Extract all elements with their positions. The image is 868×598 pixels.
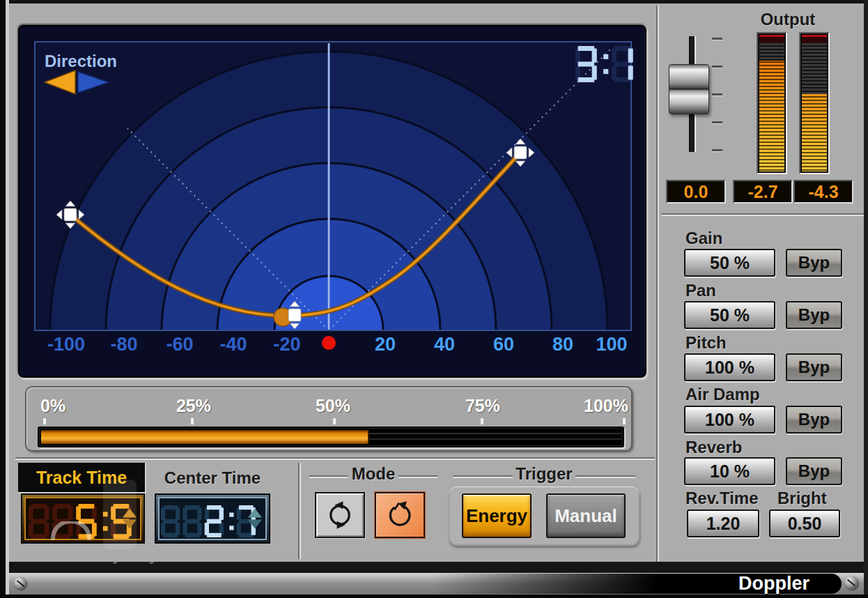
gain-value-button[interactable]: 50 %: [684, 249, 775, 277]
pan-value-button[interactable]: 50 %: [684, 301, 775, 329]
bright-value-button[interactable]: 0.50: [769, 509, 840, 537]
fader-value-readout[interactable]: 0.0: [666, 180, 726, 204]
center-time-display[interactable]: [155, 493, 270, 544]
param-label-pan: Pan: [685, 281, 716, 300]
watermark-arc: [49, 521, 93, 544]
window-edge: [0, 0, 868, 3]
decorative-line: [453, 475, 513, 478]
pan-value: 50 %: [710, 305, 750, 325]
divider: [298, 463, 301, 559]
listener-marker-dot: [322, 336, 336, 350]
output-meter-right: [799, 32, 830, 174]
airdamp-bypass-button[interactable]: Byp: [786, 406, 842, 434]
fader-tick: [712, 121, 722, 124]
decorative-line: [309, 475, 348, 478]
param-label-reverb: Reverb: [685, 438, 742, 457]
output-meter-left: [757, 32, 787, 174]
axis-tick-label: 80: [552, 334, 573, 355]
axis-tick-label: -20: [273, 334, 300, 355]
cycle-ratio-display[interactable]: [575, 46, 633, 82]
divider: [662, 213, 864, 216]
plugin-title: Doppler: [738, 573, 809, 595]
trigger-manual-button[interactable]: Manual: [546, 493, 626, 538]
meter-right-readout[interactable]: -4.3: [793, 180, 853, 204]
progress-fill: [41, 430, 369, 444]
decorative-line: [575, 475, 635, 478]
axis-tick-label: 40: [434, 334, 455, 355]
axis-tick-label: -100: [47, 334, 85, 355]
trigger-energy-label: Energy: [466, 505, 527, 527]
pan-bypass-button[interactable]: Byp: [786, 301, 842, 329]
param-label-bright: Bright: [777, 489, 827, 508]
param-label-gain: Gain: [685, 229, 722, 248]
fader-tick: [712, 93, 722, 96]
gain-value: 50 %: [710, 253, 750, 273]
axis-tick-label: -60: [166, 334, 193, 355]
plugin-title-capsule: Doppler: [432, 574, 842, 594]
progress-tick: [333, 418, 336, 424]
axis-tick-label: -80: [110, 334, 137, 355]
axis-tick-label: -40: [219, 334, 247, 355]
param-label-pitch: Pitch: [685, 333, 727, 353]
airdamp-value-button[interactable]: 100 %: [684, 406, 775, 434]
meter-left-readout[interactable]: -2.7: [733, 180, 793, 204]
progress-label: 100%: [577, 396, 635, 416]
gain-bypass-button[interactable]: Byp: [786, 249, 842, 277]
window-edge: [0, 0, 6, 598]
loop-arrows-icon: [325, 500, 355, 530]
spinner-up-icon[interactable]: [248, 509, 262, 518]
bypass-label: Byp: [798, 461, 830, 481]
trigger-energy-button[interactable]: Energy: [462, 493, 532, 538]
direction-right-arrow-icon[interactable]: [78, 72, 109, 93]
bright-value: 0.50: [788, 514, 822, 534]
clip-indicator: [802, 35, 827, 43]
pitch-value: 100 %: [705, 358, 754, 378]
trigger-manual-label: Manual: [555, 505, 617, 527]
progress-label: 25%: [169, 396, 218, 416]
axis-tick-label: 20: [375, 334, 396, 355]
window-edge: [0, 595, 868, 598]
direction-arrows[interactable]: [43, 68, 110, 96]
center-time-label: Center Time: [153, 468, 272, 488]
window-edge: [6, 0, 9, 598]
bypass-label: Byp: [798, 410, 830, 429]
axis-tick-label: 60: [493, 334, 514, 355]
reverb-value-button[interactable]: 10 %: [684, 457, 775, 485]
reverb-bypass-button[interactable]: Byp: [786, 457, 842, 485]
direction-left-arrow-icon[interactable]: [45, 70, 75, 94]
param-label-airdamp: Air Damp: [685, 385, 760, 404]
bypass-label: Byp: [798, 305, 830, 325]
doppler-path-graph[interactable]: -100 -80 -60 -40 -20 20 40 60 80 100: [18, 25, 646, 378]
axis-tick-label: 100: [596, 334, 627, 355]
bypass-label: Byp: [798, 253, 830, 273]
trigger-label: Trigger: [514, 464, 574, 484]
center-time-spinner[interactable]: [248, 507, 262, 531]
output-label: Output: [758, 10, 818, 29]
mode-oneshot-button[interactable]: [375, 492, 425, 538]
pitch-value-button[interactable]: 100 %: [684, 353, 775, 381]
mode-loop-button[interactable]: [315, 492, 365, 538]
progress-tick: [481, 418, 483, 424]
fader-db-value: 0.0: [684, 182, 708, 202]
mode-label: Mode: [348, 464, 398, 484]
spinner-down-icon[interactable]: [248, 520, 262, 529]
meter-left-db-value: -2.7: [747, 182, 777, 202]
divider: [656, 6, 659, 562]
center-time-value[interactable]: [161, 505, 249, 537]
output-fader-thumb[interactable]: [669, 64, 709, 114]
doppler-plugin-window: -100 -80 -60 -40 -20 20 40 60 80 100 Dir…: [0, 0, 868, 598]
progress-label: 50%: [309, 396, 357, 416]
progress-tick: [623, 418, 626, 424]
progress-tick: [191, 418, 194, 424]
clip-indicator: [759, 35, 784, 43]
revtime-value-button[interactable]: 1.20: [687, 509, 759, 537]
screw-icon: [14, 577, 26, 590]
pitch-bypass-button[interactable]: Byp: [786, 353, 842, 381]
progress-track[interactable]: [38, 427, 624, 447]
bypass-label: Byp: [798, 358, 830, 377]
watermark-shape: [103, 480, 137, 549]
fader-tick: [712, 38, 722, 40]
fader-tick: [712, 66, 722, 68]
progress-label: 0%: [40, 396, 65, 416]
progress-panel: 0% 25% 50% 75% 100%: [25, 386, 633, 452]
